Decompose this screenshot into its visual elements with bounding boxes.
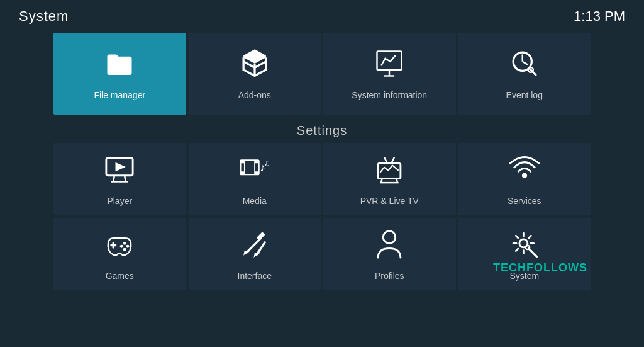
tile-services-label: Services xyxy=(508,196,541,206)
tile-system-information-label: System information xyxy=(352,90,427,100)
tile-player-label: Player xyxy=(107,196,132,206)
svg-rect-30 xyxy=(380,165,399,176)
tile-system[interactable]: System xyxy=(458,218,591,290)
svg-marker-0 xyxy=(243,49,266,64)
tile-interface-label: Interface xyxy=(238,271,272,281)
svg-line-11 xyxy=(114,175,115,181)
settings-header: Settings xyxy=(0,123,644,138)
file-manager-icon xyxy=(103,47,136,84)
settings-grid: Player ♪ ♫ Media xyxy=(0,143,644,290)
svg-point-43 xyxy=(384,230,396,243)
tile-media[interactable]: ♪ ♫ Media xyxy=(189,143,321,215)
topbar: System 1:13 PM xyxy=(0,0,644,33)
pvr-live-tv-icon xyxy=(373,153,406,190)
tile-file-manager-label: File manager xyxy=(94,90,145,100)
interface-icon xyxy=(238,228,271,265)
system-information-icon xyxy=(373,47,406,84)
profiles-icon xyxy=(373,228,406,265)
top-tiles-row: File manager Add-ons Syst xyxy=(0,33,644,115)
clock: 1:13 PM xyxy=(574,8,625,25)
page-title: System xyxy=(19,8,69,25)
svg-point-36 xyxy=(120,244,123,247)
player-icon xyxy=(103,153,136,190)
tile-player[interactable]: Player xyxy=(53,143,186,215)
tile-add-ons[interactable]: Add-ons xyxy=(189,33,321,115)
services-icon xyxy=(508,153,541,190)
tile-file-manager[interactable]: File manager xyxy=(53,33,186,115)
svg-rect-19 xyxy=(255,171,259,174)
add-ons-icon xyxy=(238,47,271,84)
tile-event-log[interactable]: Event log xyxy=(458,33,591,115)
svg-point-35 xyxy=(126,244,130,247)
svg-line-25 xyxy=(384,157,387,163)
svg-line-26 xyxy=(392,157,395,163)
svg-line-45 xyxy=(528,248,536,256)
svg-text:♫: ♫ xyxy=(264,159,270,168)
tile-interface[interactable]: Interface xyxy=(189,218,321,290)
svg-rect-33 xyxy=(111,244,117,246)
svg-line-7 xyxy=(523,62,528,65)
svg-marker-14 xyxy=(116,162,126,171)
svg-rect-17 xyxy=(240,171,245,174)
svg-point-31 xyxy=(522,173,527,178)
tile-media-label: Media xyxy=(243,196,267,206)
tile-games-label: Games xyxy=(106,271,134,281)
svg-point-46 xyxy=(525,245,530,249)
tile-event-log-label: Event log xyxy=(506,90,543,100)
tile-add-ons-label: Add-ons xyxy=(238,90,271,100)
system-icon xyxy=(508,228,541,265)
svg-rect-18 xyxy=(255,160,259,163)
tile-games[interactable]: Games xyxy=(53,218,186,290)
svg-point-34 xyxy=(123,241,126,244)
tile-pvr-live-tv[interactable]: PVR & Live TV xyxy=(323,143,456,215)
tile-profiles[interactable]: Profiles xyxy=(323,218,456,290)
svg-point-37 xyxy=(123,247,126,251)
media-icon: ♪ ♫ xyxy=(238,153,271,190)
tile-profiles-label: Profiles xyxy=(375,271,404,281)
games-icon xyxy=(103,228,136,265)
tile-pvr-live-tv-label: PVR & Live TV xyxy=(360,196,419,206)
tile-services[interactable]: Services xyxy=(458,143,591,215)
event-log-icon xyxy=(508,47,541,84)
svg-line-12 xyxy=(125,175,126,181)
tile-system-information[interactable]: System information xyxy=(323,33,456,115)
svg-rect-16 xyxy=(240,160,245,163)
tile-system-label: System xyxy=(509,271,539,281)
svg-line-41 xyxy=(257,242,265,254)
svg-marker-42 xyxy=(253,253,260,258)
